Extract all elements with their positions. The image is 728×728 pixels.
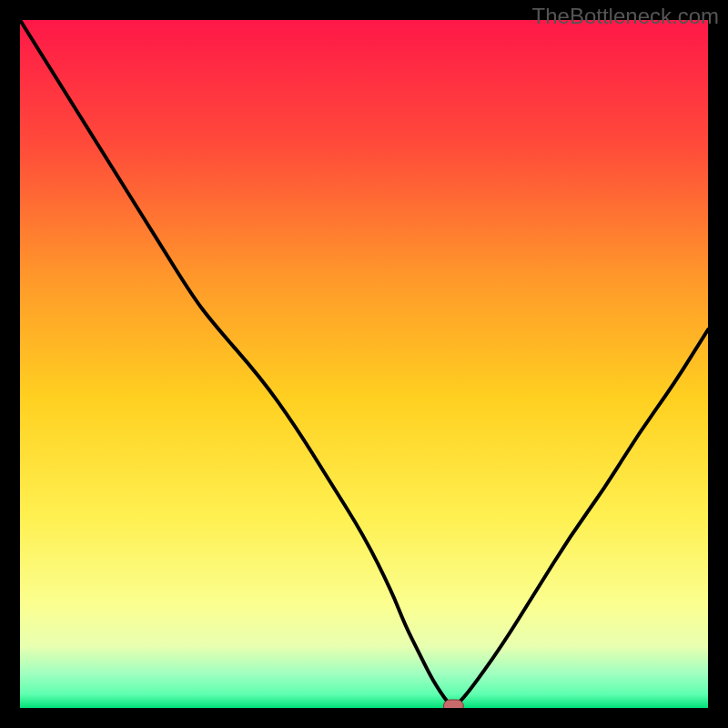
chart-background xyxy=(20,20,708,708)
plot-area xyxy=(20,20,708,708)
chart-svg xyxy=(20,20,708,708)
chart-container: TheBottleneck.com xyxy=(0,0,728,728)
optimal-marker xyxy=(443,700,463,708)
watermark-text: TheBottleneck.com xyxy=(532,4,719,29)
